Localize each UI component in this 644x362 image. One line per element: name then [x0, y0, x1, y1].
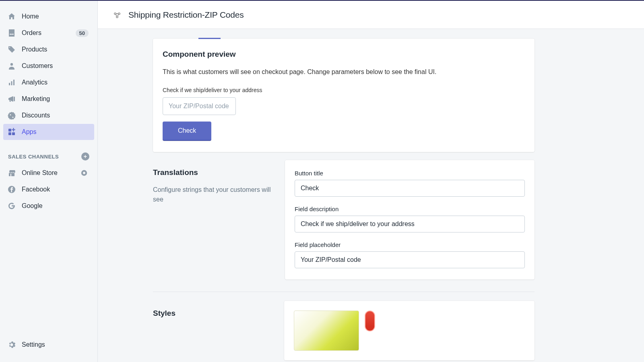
preview-description: This is what customers will see on check… — [163, 68, 525, 76]
sidebar-item-label: Analytics — [22, 79, 47, 86]
check-button-preview[interactable]: Check — [163, 121, 211, 141]
sidebar-item-label: Discounts — [22, 112, 50, 119]
apps-icon — [7, 128, 16, 136]
tag-icon — [7, 45, 16, 54]
svg-rect-3 — [9, 83, 10, 85]
translations-heading-column: Translations Configure strings that your… — [153, 160, 277, 280]
color-gradient-picker[interactable] — [294, 311, 359, 351]
sidebar-item-settings[interactable]: Settings — [3, 337, 94, 353]
megaphone-icon — [7, 95, 16, 103]
sidebar-item-label: Products — [22, 46, 47, 53]
svg-point-10 — [83, 172, 85, 174]
styles-heading: Styles — [153, 309, 277, 318]
button-title-label: Button title — [295, 170, 525, 177]
sidebar-item-label: Marketing — [22, 95, 50, 103]
sidebar-item-discounts[interactable]: Discounts — [3, 107, 94, 123]
sidebar-item-label: Settings — [22, 341, 45, 348]
sidebar-channel-facebook[interactable]: Facebook — [3, 181, 94, 197]
chart-bar-icon — [7, 78, 16, 87]
content-scroll[interactable]: Component preview This is what customers… — [98, 29, 644, 362]
sidebar-item-label: Online Store — [22, 169, 58, 177]
orders-icon — [7, 29, 16, 37]
svg-rect-8 — [8, 132, 11, 135]
sidebar-item-analytics[interactable]: Analytics — [3, 74, 94, 90]
styles-heading-column: Styles — [153, 301, 277, 360]
sidebar-channel-online-store[interactable]: Online Store — [3, 165, 94, 181]
button-title-input[interactable] — [295, 180, 525, 197]
sales-channels-heading: SALES CHANNELS + — [0, 140, 97, 165]
preview-field-label: Check if we ship/deliver to your address — [163, 87, 525, 93]
orders-badge: 50 — [76, 29, 89, 37]
svg-point-14 — [116, 16, 118, 17]
store-icon — [7, 169, 16, 177]
field-description-label: Field description — [295, 206, 525, 212]
sidebar-item-label: Customers — [22, 62, 53, 70]
styles-card — [284, 301, 535, 360]
eye-icon[interactable] — [80, 169, 88, 177]
sidebar-item-products[interactable]: Products — [3, 41, 94, 58]
zip-input-preview[interactable] — [163, 97, 236, 115]
gear-icon — [7, 340, 16, 349]
preview-heading: Component preview — [163, 50, 525, 59]
svg-rect-0 — [9, 30, 14, 31]
page-title: Shipping Restriction-ZIP Codes — [128, 10, 244, 20]
field-placeholder-input[interactable] — [295, 251, 525, 268]
svg-rect-5 — [13, 80, 14, 85]
sidebar-item-label: Google — [22, 202, 43, 210]
person-icon — [7, 62, 16, 70]
sidebar-item-label: Orders — [22, 29, 41, 37]
svg-rect-6 — [8, 129, 11, 132]
sidebar-channel-google[interactable]: Google — [3, 198, 94, 214]
svg-rect-7 — [12, 132, 15, 135]
tab-indicator-remnant — [153, 29, 535, 39]
field-placeholder-label: Field placeholder — [295, 241, 525, 248]
sidebar: Home Orders 50 Products Customers Analyt… — [0, 1, 98, 362]
app-icon — [112, 10, 122, 20]
svg-point-13 — [118, 12, 120, 14]
sidebar-item-label: Facebook — [22, 186, 50, 193]
svg-point-12 — [114, 12, 116, 14]
hue-slider[interactable] — [365, 311, 375, 331]
svg-rect-4 — [11, 81, 12, 85]
svg-point-2 — [10, 63, 13, 66]
translations-subtext: Configure strings that your customers wi… — [153, 185, 277, 204]
home-icon — [7, 12, 16, 21]
add-channel-button[interactable]: + — [81, 152, 89, 160]
translations-card: Button title Field description Field pla… — [285, 160, 535, 280]
section-divider — [153, 292, 535, 292]
component-preview-card: Component preview This is what customers… — [153, 39, 535, 152]
sidebar-item-label: Home — [22, 13, 39, 20]
sidebar-item-label: Apps — [22, 128, 36, 136]
facebook-icon — [7, 185, 16, 194]
sidebar-item-customers[interactable]: Customers — [3, 58, 94, 74]
field-description-input[interactable] — [295, 216, 525, 232]
google-icon — [7, 202, 16, 210]
discount-icon — [7, 111, 16, 120]
sidebar-item-apps[interactable]: Apps — [3, 124, 94, 140]
translations-heading: Translations — [153, 168, 277, 177]
main-column: Shipping Restriction-ZIP Codes Component… — [98, 1, 644, 362]
topbar: Shipping Restriction-ZIP Codes — [98, 1, 644, 29]
sidebar-item-orders[interactable]: Orders 50 — [3, 25, 94, 41]
sidebar-item-home[interactable]: Home — [3, 8, 94, 25]
sidebar-item-marketing[interactable]: Marketing — [3, 91, 94, 107]
